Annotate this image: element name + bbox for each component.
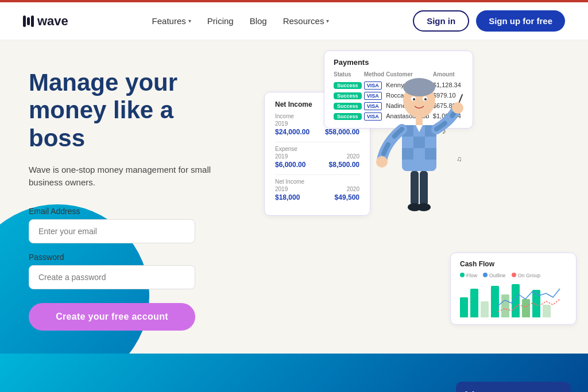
col-status: Status: [334, 71, 364, 80]
expense-value-2019: $6,000.00: [275, 161, 305, 169]
hero-section: Manage your money like a boss Wave is on…: [0, 40, 247, 354]
svg-rect-15: [413, 148, 425, 160]
hero-subtitle: Wave is one-stop money management for sm…: [29, 164, 224, 189]
nav-actions: Sign in Sign up for free: [413, 10, 565, 32]
nav-link-blog[interactable]: Blog: [250, 16, 267, 26]
legend-dot-group: [512, 273, 516, 277]
status-badge: Success: [334, 113, 362, 120]
chevron-down-icon-resources: ▾: [326, 18, 329, 24]
password-form-group: Password: [29, 253, 224, 289]
svg-rect-12: [413, 137, 425, 148]
logo[interactable]: wave: [23, 14, 68, 29]
password-label: Password: [29, 253, 224, 262]
bottom-section: waveapps.com wave Wave Financial: Financ…: [0, 354, 588, 392]
legend-dot-outline: [483, 273, 488, 277]
income-value-2020: $58,000.00: [325, 128, 359, 136]
svg-point-5: [424, 98, 427, 100]
character-illustration: [362, 52, 477, 258]
expense-year-2020: 2020: [347, 153, 359, 160]
cashflow-chart: [460, 283, 567, 317]
signin-button[interactable]: Sign in: [413, 10, 469, 32]
create-account-button[interactable]: Create your free account: [29, 303, 195, 331]
hero-title: Manage your money like a boss: [29, 69, 224, 152]
nav-links: Features ▾ Pricing Blog Resources ▾: [152, 16, 330, 26]
main-content: Manage your money like a boss Wave is on…: [0, 40, 588, 354]
logo-text: wave: [37, 14, 68, 29]
svg-point-4: [413, 98, 415, 100]
svg-rect-14: [402, 148, 413, 160]
expense-year-2019: 2019: [275, 153, 288, 160]
right-section: Net Income Income 2019 2020 $24,000.00 $…: [247, 40, 588, 354]
chevron-down-icon: ▾: [188, 18, 191, 24]
net-income-year-2020: 2020: [347, 186, 359, 192]
income-value-2019: $24,000.00: [275, 128, 310, 136]
svg-point-1: [403, 78, 435, 96]
nav-link-features[interactable]: Features ▾: [152, 16, 191, 26]
year-2019: 2019: [275, 121, 288, 127]
nav-item-pricing[interactable]: Pricing: [207, 16, 234, 26]
nav-link-resources[interactable]: Resources ▾: [283, 16, 330, 26]
logo-bar-3: [31, 15, 34, 27]
logo-icon: [23, 15, 34, 27]
password-input[interactable]: [29, 265, 195, 289]
svg-rect-20: [411, 171, 419, 205]
navbar: wave Features ▾ Pricing Blog Resources ▾: [0, 2, 588, 40]
mini-preview-card: wave Wave Financial: Financial Software …: [456, 382, 571, 392]
net-income-section-label: Net Income: [275, 178, 304, 185]
status-badge: Success: [334, 82, 362, 89]
net-income-value-2020: $49,500: [335, 193, 359, 201]
svg-rect-11: [402, 137, 413, 148]
legend-dot-flow: [460, 273, 465, 277]
nav-item-resources[interactable]: Resources ▾: [283, 16, 330, 26]
signup-button[interactable]: Sign up for free: [476, 10, 565, 32]
character-svg: [373, 69, 465, 241]
svg-rect-13: [425, 137, 436, 148]
logo-bar-1: [23, 15, 26, 27]
nav-item-blog[interactable]: Blog: [250, 16, 267, 26]
svg-point-18: [376, 156, 388, 168]
chart-bar: [470, 289, 478, 317]
income-label: Income: [275, 113, 294, 119]
svg-point-19: [452, 102, 463, 114]
chart-bar: [481, 301, 489, 317]
net-income-value-2019: $18,000: [275, 193, 300, 201]
expense-value-2020: $8,500.00: [329, 161, 359, 169]
email-input[interactable]: [29, 219, 195, 243]
email-form-group: Email Address: [29, 207, 224, 243]
cashflow-line-chart: [498, 283, 567, 317]
cashflow-panel: Cash Flow Flow Outline On Group: [450, 253, 577, 325]
svg-point-23: [417, 203, 431, 211]
cashflow-legend: Flow Outline On Group: [460, 273, 567, 278]
nav-item-features[interactable]: Features ▾: [152, 16, 191, 26]
expense-label: Expense: [275, 146, 297, 152]
chart-bar: [460, 297, 468, 317]
email-label: Email Address: [29, 207, 224, 216]
svg-rect-21: [420, 171, 428, 205]
svg-rect-16: [425, 148, 436, 160]
svg-rect-6: [416, 117, 423, 125]
net-income-year-2019: 2019: [275, 186, 288, 192]
status-badge: Success: [334, 103, 362, 110]
logo-bar-2: [27, 17, 30, 25]
status-badge: Success: [334, 92, 362, 99]
cashflow-title: Cash Flow: [460, 260, 567, 268]
nav-link-pricing[interactable]: Pricing: [207, 16, 234, 26]
